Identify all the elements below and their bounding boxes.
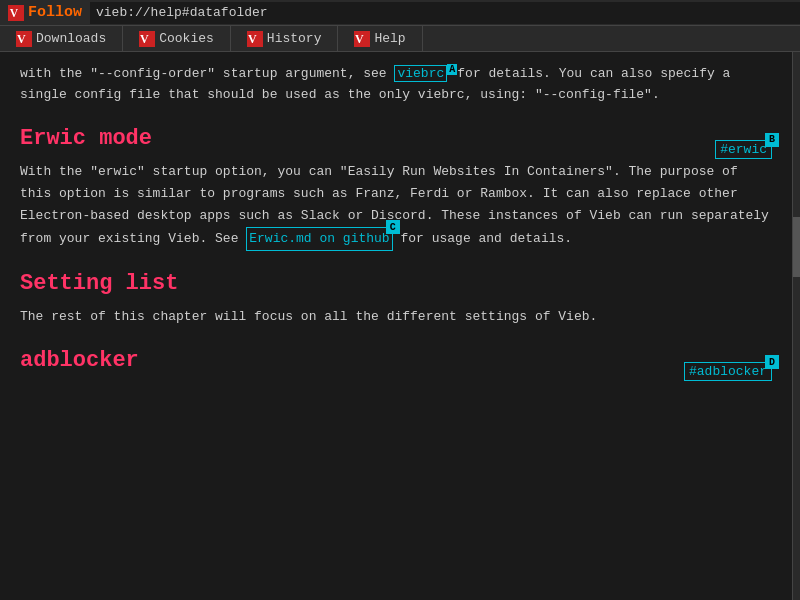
erwic-github-link[interactable]: Erwic.md on githubC	[246, 227, 392, 251]
tab-history[interactable]: V History	[231, 26, 339, 51]
erwic-link-label: C	[386, 220, 400, 234]
toolbar: V Follow	[0, 0, 800, 26]
settings-body: The rest of this chapter will focus on a…	[20, 306, 772, 328]
erwic-heading: Erwic mode	[20, 126, 772, 151]
help-tab-logo: V	[354, 31, 370, 47]
tab-help[interactable]: V Help	[338, 26, 422, 51]
vieb-logo-follow: V	[8, 5, 24, 21]
downloads-tab-logo: V	[16, 31, 32, 47]
erwic-body: With the "erwic" startup option, you can…	[20, 161, 772, 251]
nav-tabs: V Downloads V Cookies V History V Help	[0, 26, 800, 52]
svg-text:V: V	[355, 32, 364, 46]
main-content: with the "--config-order" startup argume…	[0, 52, 792, 600]
follow-label: Follow	[28, 4, 82, 21]
svg-text:V: V	[140, 32, 149, 46]
erwic-section-header: #erwic B Erwic mode	[20, 126, 772, 161]
cookies-tab-logo: V	[139, 31, 155, 47]
scrollbar[interactable]	[792, 52, 800, 600]
settings-heading: Setting list	[20, 271, 772, 296]
svg-text:V: V	[17, 32, 26, 46]
cookies-tab-label: Cookies	[159, 31, 214, 46]
adblocker-heading: adblocker	[20, 348, 772, 373]
tab-cookies[interactable]: V Cookies	[123, 26, 231, 51]
viebrc-link[interactable]: viebrc	[394, 65, 447, 82]
adblocker-anchor-badge: #adblocker D	[684, 362, 772, 381]
erwic-body-end: for usage and details.	[401, 231, 573, 246]
content-wrapper: with the "--config-order" startup argume…	[0, 52, 800, 600]
intro-paragraph: with the "--config-order" startup argume…	[20, 62, 772, 106]
follow-button[interactable]: V Follow	[0, 0, 90, 25]
tab-downloads[interactable]: V Downloads	[0, 26, 123, 51]
history-tab-logo: V	[247, 31, 263, 47]
history-tab-label: History	[267, 31, 322, 46]
adblocker-section-header: #adblocker D adblocker	[20, 348, 772, 383]
adblocker-anchor-container: #adblocker D	[684, 362, 772, 381]
downloads-tab-label: Downloads	[36, 31, 106, 46]
help-tab-label: Help	[374, 31, 405, 46]
erwic-anchor-badge: #erwic B	[715, 140, 772, 159]
svg-text:V: V	[248, 32, 257, 46]
scrollbar-thumb[interactable]	[793, 217, 800, 277]
address-bar[interactable]	[90, 2, 800, 24]
svg-text:V: V	[10, 7, 19, 19]
erwic-anchor-container: #erwic B	[715, 140, 772, 159]
intro-text-before-link: with the "--config-order" startup argume…	[20, 66, 394, 81]
intro-link-label: A	[447, 64, 457, 75]
